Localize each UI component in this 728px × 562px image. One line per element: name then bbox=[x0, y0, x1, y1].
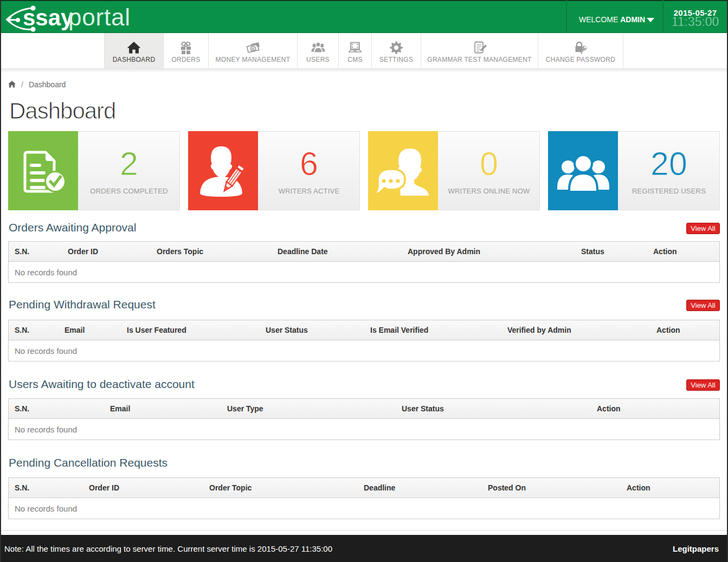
svg-text:ssay: ssay bbox=[23, 5, 74, 30]
svg-text:portal: portal bbox=[68, 4, 131, 30]
svg-text:$: $ bbox=[252, 46, 255, 52]
